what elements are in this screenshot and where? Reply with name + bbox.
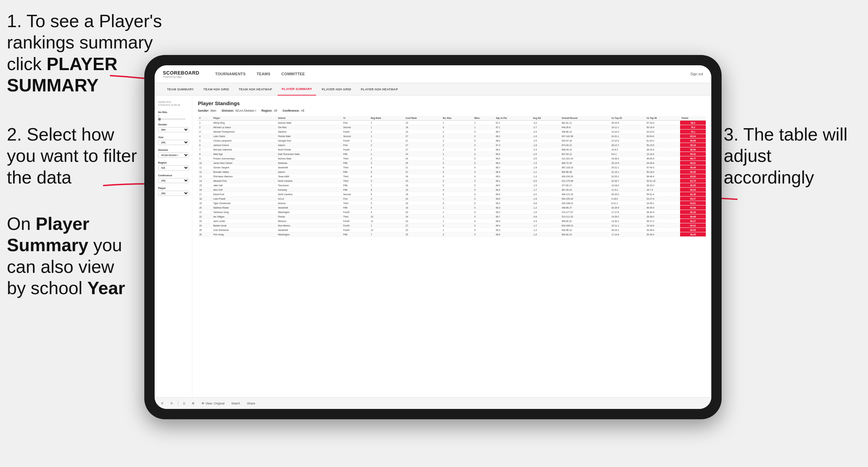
table-row: 17David FordNorth CarolinaSecond9190069.…	[198, 192, 706, 197]
step3-right-text2: adjust accordingly	[724, 146, 814, 187]
step1-number: 1.	[7, 11, 22, 31]
redo-btn[interactable]: ↻	[168, 401, 175, 406]
view-btn[interactable]: 👁 View: Original	[199, 401, 226, 406]
table-row: 16Alex GoffKentuckyFifth8190068.3-1.7467…	[198, 188, 706, 192]
conference-select[interactable]: (All)	[158, 178, 189, 183]
gender-select[interactable]: Men Women	[158, 127, 189, 132]
app-header: SCOREBOARD Powered by clippi TOURNAMENTS…	[155, 65, 711, 83]
table-row: 14Maxwell FordNorth CarolinaThird3230069…	[198, 179, 706, 183]
conference-label: Conference	[158, 174, 189, 177]
sidebar-filters: Update time: 27/03/2024 16:56:26 No Rds.…	[155, 96, 192, 397]
step3-right-text1: 3. The table will	[724, 124, 847, 144]
sub-nav: TEAM SUMMARY TEAM H2H GRID TEAM H2H HEAT…	[155, 83, 711, 96]
col-avg-sg: Avg SG	[532, 116, 560, 121]
division-label: Division	[158, 148, 189, 152]
table-row: 15Jake HallTennesseeFifth7180068.5-1.537…	[198, 183, 706, 188]
table-row: 8Mats EgeEast Tennessee StateFifth124206…	[198, 152, 706, 156]
col-t50: Vs Top 50	[645, 116, 680, 121]
year-label: Year	[158, 136, 189, 139]
sub-tab-team-h2h-heatmap[interactable]: TEAM H2H HEATMAP	[235, 83, 276, 96]
col-no-rds: No. Rds.	[441, 116, 473, 121]
division-filter: Division NCAA Division I	[158, 148, 189, 158]
copy-btn[interactable]: ⎙	[181, 401, 187, 406]
tablet-screen: SCOREBOARD Powered by clippi TOURNAMENTS…	[155, 65, 711, 409]
year-filter: Year (All)	[158, 136, 189, 145]
watch-btn[interactable]: Watch	[229, 401, 242, 406]
table-row: 7Nicholas GabrelcikNorth FloridaFourth12…	[198, 147, 706, 152]
table-row: 21Taekhoon SongWashingtonFourth4231069.2…	[198, 210, 706, 214]
col-reg-rank: Reg Rank	[369, 116, 404, 121]
logo-sub: Powered by clippi	[163, 76, 199, 78]
step3-prefix: On	[7, 214, 36, 234]
sub-tab-team-h2h-grid[interactable]: TEAM H2H GRID	[199, 83, 233, 96]
table-row: 6Jackson KoivunAuburnFirst2272067.3-1.86…	[198, 143, 706, 147]
table-row: 9Preston SummerhaysArizona StateThird324…	[198, 156, 706, 161]
player-label: Player	[158, 187, 189, 190]
view-icon: 👁	[201, 402, 204, 405]
table-row: 12Brendan ValdesAuburnFifth5370068.4-1.1…	[198, 170, 706, 174]
view-label: View: Original	[205, 402, 224, 405]
gender-label: Gender	[158, 123, 189, 126]
table-row: 20Matthew RiedelVanderbiltFifth5181068.3…	[198, 205, 706, 210]
col-yr: Yr	[342, 116, 369, 121]
share-btn[interactable]: Share	[245, 401, 257, 406]
table-row: 13Phichaksn MaichonTexas A&MThird6300069…	[198, 174, 706, 179]
col-adj: Adj. to Par	[494, 116, 532, 121]
instruction-step3-right: 3. The table will adjust accordingly	[724, 124, 861, 188]
sub-tab-team-summary[interactable]: TEAM SUMMARY	[163, 83, 198, 96]
filter-row: Gender: Men Division: NCAA Division I Re…	[198, 109, 706, 112]
nav-tab-teams[interactable]: TEAMS	[251, 65, 276, 83]
undo-btn[interactable]: ↺	[159, 401, 166, 406]
sign-out-link[interactable]: Sign out	[690, 72, 703, 76]
no-rds-slider[interactable]	[158, 119, 186, 120]
table-row: 10Jacob Skov OlesenArkansasFifth3250068.…	[198, 161, 706, 165]
col-points: Points	[680, 116, 706, 121]
instruction-step3-left: On Player Summary you can also view by s…	[7, 213, 137, 299]
sub-tab-player-summary[interactable]: PLAYER SUMMARY	[278, 83, 316, 96]
gender-filter: Gender Men Women	[158, 123, 189, 132]
tablet-frame: SCOREBOARD Powered by clippi TOURNAMENTS…	[144, 55, 722, 419]
table-row: 5Christo LamprechtGeorgia TechFourth2212…	[198, 138, 706, 143]
settings-btn[interactable]: ⚙	[190, 401, 197, 406]
year-select[interactable]: (All)	[158, 140, 189, 145]
table-row: 2Michael La SassoOle MissSecond1180167.1…	[198, 125, 706, 130]
col-record: Overall Record	[560, 116, 610, 121]
table-row: 3Michael ThorbjornsenStanfordFourth21420…	[198, 130, 706, 134]
table-row: 23Jack LundinMissouriFourth11241068.6-2.…	[198, 219, 706, 223]
col-player: Player	[212, 116, 277, 121]
table-row: 18Luke PowellUCLAFirst4241068.6-1.8500-1…	[198, 197, 706, 201]
col-school: School	[277, 116, 342, 121]
table-row: 25Cole SherwoodVanderbiltFourth12231069.…	[198, 228, 706, 232]
no-rds-filter: No Rds. 0	[158, 111, 189, 120]
nav-tab-tournaments[interactable]: TOURNAMENTS	[210, 65, 251, 83]
col-wins: Wins	[473, 116, 494, 121]
division-select[interactable]: NCAA Division I	[158, 153, 189, 158]
region-select[interactable]: N/A	[158, 165, 189, 170]
table-row: 22Ian GilliganFloridaThird10241068.7-0.8…	[198, 214, 706, 219]
table-row: 1Wenyi DingArizona StateFirst1151167.1-3…	[198, 121, 706, 125]
table-row: 26Petr HrubyWashingtonFifth7250068.6-1.6…	[198, 232, 706, 237]
slider-thumb[interactable]	[158, 118, 161, 121]
player-select[interactable]: (All)	[158, 191, 189, 196]
instruction-step1: 1. To see a Player's rankings summary cl…	[7, 10, 165, 96]
table-header-row: # Player School Yr Reg Rank Conf Rank No…	[198, 116, 706, 121]
filter-conference: Conference: All	[282, 109, 304, 112]
player-filter: Player (All)	[158, 187, 189, 196]
step2-number: 2.	[7, 124, 22, 144]
bottom-toolbar: ↺ ↻ ⎙ ⚙ 👁 View: Original Watch Share	[155, 397, 711, 409]
sub-tab-player-h2h-heatmap[interactable]: PLAYER H2H HEATMAP	[357, 83, 402, 96]
filter-gender: Gender: Men	[198, 109, 216, 112]
nav-tab-committee[interactable]: COMMITTEE	[276, 65, 311, 83]
logo-text: SCOREBOARD	[163, 70, 199, 76]
filter-region: Region: All	[261, 109, 277, 112]
col-rank: #	[198, 116, 212, 121]
logo-area: SCOREBOARD Powered by clippi	[163, 70, 199, 78]
table-row: 4Luke ClatonFlorida StateSecond1272068.2…	[198, 134, 706, 138]
table-area: Player Standings Gender: Men Division: N…	[192, 96, 711, 397]
sub-tab-player-h2h-grid[interactable]: PLAYER H2H GRID	[318, 83, 355, 96]
table-row: 19Tiger ChristensenArizonaThird5230069.2…	[198, 201, 706, 205]
no-rds-info: 0	[158, 115, 189, 117]
header-right: Sign out	[690, 72, 703, 76]
main-content: Update time: 27/03/2024 16:56:26 No Rds.…	[155, 96, 711, 397]
table-title: Player Standings	[198, 100, 706, 106]
